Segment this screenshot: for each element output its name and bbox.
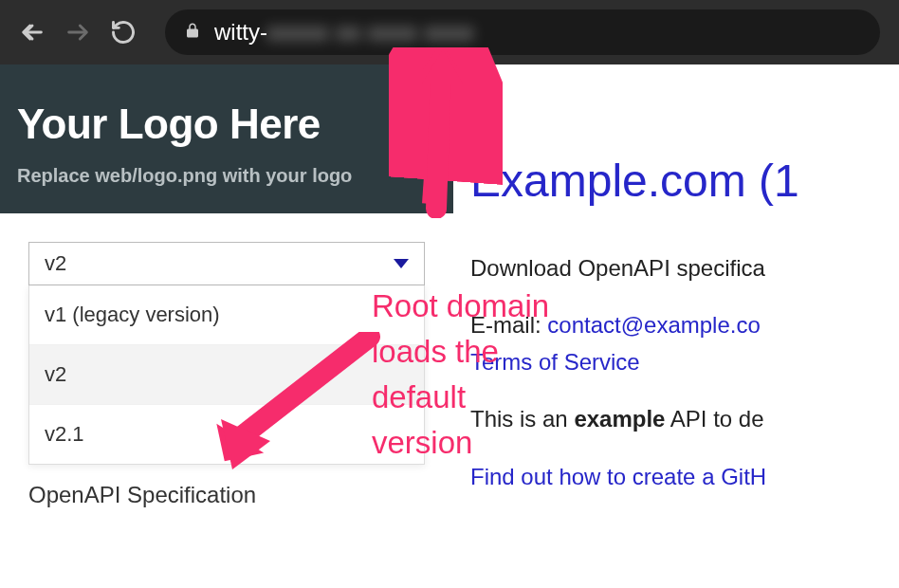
terms-link[interactable]: Terms of Service — [470, 344, 899, 380]
chevron-down-icon — [394, 255, 409, 272]
version-select-value: v2 — [45, 251, 66, 276]
download-text: Download OpenAPI specifica — [470, 250, 899, 286]
logo-subtitle: Replace web/logo.png with your logo — [17, 165, 436, 187]
url-text: witty-xxxxx xx xxxx xxxx — [214, 19, 474, 46]
email-label: E-mail: — [470, 312, 547, 338]
browser-toolbar: witty-xxxxx xx xxxx xxxx — [0, 0, 899, 64]
logo-banner: Your Logo Here Replace web/logo.png with… — [0, 64, 453, 213]
email-line: E-mail: contact@example.co — [470, 307, 899, 343]
find-out-link[interactable]: Find out how to create a GitH — [470, 459, 899, 495]
version-select[interactable]: v2 — [28, 242, 425, 285]
version-option-v2-1[interactable]: v2.1 — [29, 405, 424, 464]
version-option-v1[interactable]: v1 (legacy version) — [29, 285, 424, 345]
svg-marker-2 — [394, 259, 409, 268]
logo-title: Your Logo Here — [17, 101, 436, 148]
sidebar: Your Logo Here Replace web/logo.png with… — [0, 64, 453, 588]
lock-icon — [184, 21, 201, 44]
version-option-v2[interactable]: v2 — [29, 345, 424, 405]
spec-label: OpenAPI Specification — [0, 465, 453, 508]
page-title: Example.com (1 — [470, 155, 899, 207]
version-selector-container: v2 v1 (legacy version) v2 v2.1 — [0, 213, 453, 465]
reload-button[interactable] — [110, 19, 137, 46]
version-dropdown: v1 (legacy version) v2 v2.1 — [28, 285, 425, 465]
address-bar[interactable]: witty-xxxxx xx xxxx xxxx — [165, 9, 880, 55]
email-link[interactable]: contact@example.co — [547, 312, 760, 338]
page-content: Your Logo Here Replace web/logo.png with… — [0, 64, 899, 588]
forward-button[interactable] — [64, 19, 91, 46]
main-content: Example.com (1 Download OpenAPI specific… — [453, 64, 899, 588]
description-line: This is an example API to de — [470, 401, 899, 437]
back-button[interactable] — [19, 19, 46, 46]
